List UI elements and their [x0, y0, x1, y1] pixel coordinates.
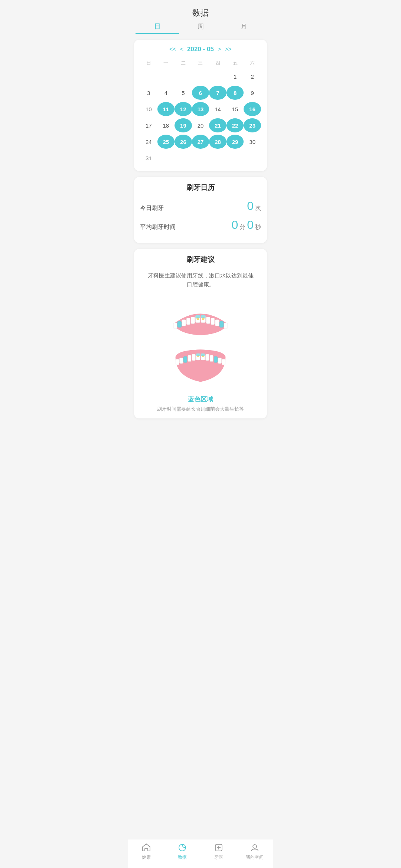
- tab-week[interactable]: 周: [179, 22, 222, 34]
- day-cell[interactable]: 22: [226, 118, 244, 132]
- day-cell[interactable]: 16: [244, 102, 261, 116]
- day-cell[interactable]: 15: [226, 102, 244, 116]
- avg-min-unit: 分: [239, 223, 245, 231]
- day-cell[interactable]: 23: [244, 118, 261, 132]
- avg-value-group: 0 分 0 秒: [231, 218, 261, 232]
- weekday-cell: 三: [192, 58, 209, 68]
- calendar-grid: 日一二三四五六 12345678910111213141516171819202…: [140, 58, 261, 165]
- avg-min-value: 0: [231, 218, 238, 232]
- calendar-card: << < 2020 - 05 > >> 日一二三四五六 123456789101…: [134, 40, 267, 171]
- day-cell[interactable]: 7: [209, 86, 226, 100]
- day-cell[interactable]: 20: [192, 118, 209, 132]
- today-value-group: 0 次: [247, 199, 261, 213]
- avg-sec-unit: 秒: [255, 223, 261, 231]
- weekday-cell: 四: [209, 58, 226, 68]
- advice-desc: 牙科医生建议使用牙线，漱口水以达到最佳口腔健康。: [140, 271, 261, 289]
- svg-rect-15: [201, 315, 206, 318]
- day-cell[interactable]: 28: [209, 135, 226, 149]
- zone-label: 蓝色区域: [140, 395, 261, 404]
- zone-desc: 刷牙时间需要延长否则细菌会大量生长等: [140, 406, 261, 412]
- day-cell[interactable]: 18: [157, 118, 175, 132]
- brushing-calendar-title: 刷牙日历: [140, 183, 261, 193]
- day-cell[interactable]: 19: [175, 118, 192, 132]
- lower-teeth-svg: [167, 345, 234, 389]
- svg-rect-14: [196, 315, 200, 318]
- day-cell[interactable]: 2: [244, 69, 261, 83]
- day-cell[interactable]: 3: [140, 86, 157, 100]
- day-cell[interactable]: 11: [157, 102, 175, 116]
- day-cell[interactable]: 5: [175, 86, 192, 100]
- day-cell[interactable]: 8: [226, 86, 244, 100]
- day-cell[interactable]: 30: [244, 135, 261, 149]
- day-cell[interactable]: 17: [140, 118, 157, 132]
- calendar-days: 1234567891011121314151617181920212223242…: [140, 69, 261, 165]
- tab-month[interactable]: 月: [222, 22, 265, 34]
- avg-label: 平均刷牙时间: [140, 223, 176, 231]
- advice-title: 刷牙建议: [140, 255, 261, 264]
- svg-rect-21: [210, 355, 213, 362]
- day-cell[interactable]: 9: [244, 86, 261, 100]
- weekday-cell: 六: [244, 58, 261, 68]
- svg-rect-30: [196, 354, 200, 356]
- day-cell[interactable]: 27: [192, 135, 209, 149]
- svg-rect-19: [206, 354, 209, 361]
- next-next-btn[interactable]: >>: [225, 46, 232, 53]
- today-label: 今日刷牙: [140, 204, 164, 212]
- upper-teeth-svg: [167, 296, 234, 341]
- day-cell[interactable]: 1: [226, 69, 244, 83]
- svg-rect-18: [192, 354, 196, 361]
- weekday-cell: 二: [175, 58, 192, 68]
- calendar-nav: << < 2020 - 05 > >>: [140, 46, 261, 53]
- svg-rect-26: [176, 359, 179, 365]
- svg-rect-2: [191, 317, 195, 324]
- svg-rect-6: [182, 320, 186, 326]
- day-cell[interactable]: 25: [157, 135, 175, 149]
- day-cell[interactable]: 12: [175, 102, 192, 116]
- teeth-container: [140, 296, 261, 389]
- day-cell[interactable]: 26: [175, 135, 192, 149]
- calendar-month-label: 2020 - 05: [187, 46, 214, 53]
- svg-rect-11: [224, 323, 228, 329]
- svg-rect-20: [188, 355, 191, 362]
- brushing-advice-card: 刷牙建议 牙科医生建议使用牙线，漱口水以达到最佳口腔健康。: [134, 249, 267, 418]
- prev-btn[interactable]: <: [180, 46, 183, 53]
- svg-rect-24: [179, 358, 183, 364]
- svg-rect-27: [222, 359, 225, 365]
- day-cell[interactable]: 13: [192, 102, 209, 116]
- weekday-cell: 日: [140, 58, 157, 68]
- svg-rect-22: [183, 356, 187, 362]
- today-value: 0: [247, 199, 254, 213]
- svg-rect-9: [219, 321, 224, 327]
- svg-rect-3: [206, 317, 210, 324]
- page-title: 数据: [128, 0, 273, 22]
- brushing-calendar-card: 刷牙日历 今日刷牙 0 次 平均刷牙时间 0 分 0 秒: [134, 177, 267, 243]
- today-unit: 次: [255, 204, 261, 212]
- calendar-weekdays: 日一二三四五六: [140, 58, 261, 68]
- view-tabs: 日 周 月: [128, 22, 273, 40]
- weekday-cell: 一: [157, 58, 175, 68]
- svg-rect-8: [177, 321, 182, 327]
- day-cell[interactable]: 6: [192, 86, 209, 100]
- avg-stat-row: 平均刷牙时间 0 分 0 秒: [140, 218, 261, 232]
- day-cell[interactable]: 31: [140, 151, 157, 165]
- day-cell[interactable]: 10: [140, 102, 157, 116]
- avg-sec-value: 0: [247, 218, 254, 232]
- day-cell[interactable]: 21: [209, 118, 226, 132]
- weekday-cell: 五: [226, 58, 244, 68]
- tab-day[interactable]: 日: [136, 22, 179, 34]
- next-btn[interactable]: >: [218, 46, 221, 53]
- svg-rect-31: [201, 354, 205, 356]
- day-cell[interactable]: 24: [140, 135, 157, 149]
- day-cell[interactable]: 14: [209, 102, 226, 116]
- today-stat-row: 今日刷牙 0 次: [140, 199, 261, 213]
- svg-rect-4: [186, 318, 190, 325]
- svg-rect-23: [214, 356, 218, 362]
- prev-prev-btn[interactable]: <<: [169, 46, 176, 53]
- day-cell[interactable]: 29: [226, 135, 244, 149]
- svg-rect-7: [215, 320, 219, 326]
- svg-rect-10: [173, 323, 177, 329]
- svg-rect-5: [211, 318, 215, 325]
- day-cell[interactable]: 4: [157, 86, 175, 100]
- svg-rect-25: [218, 358, 222, 364]
